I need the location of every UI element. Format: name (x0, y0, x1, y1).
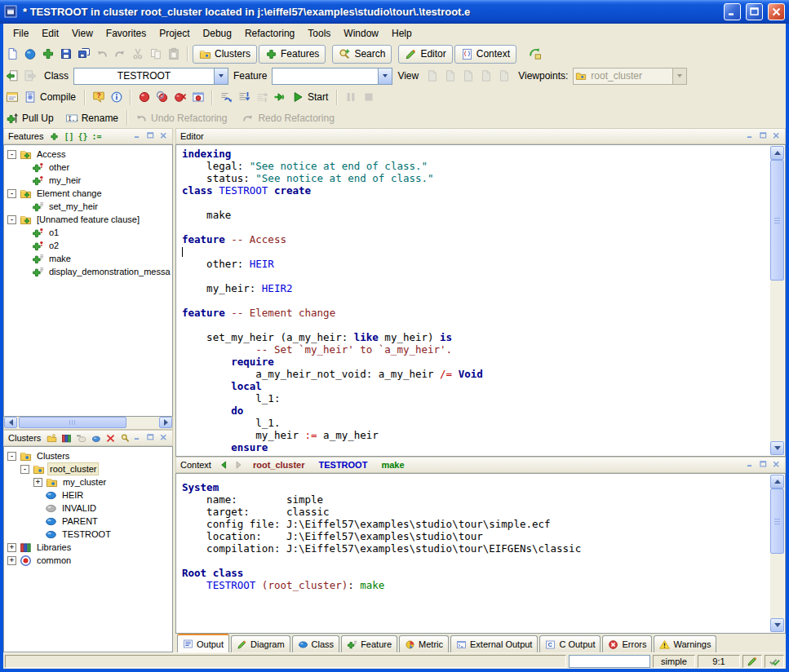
pull-up-button[interactable]: Pull Up (22, 113, 54, 124)
menu-favorites[interactable]: Favorites (100, 25, 153, 42)
tab-external-output[interactable]: External Output (450, 635, 538, 652)
collapse-icon[interactable]: - (7, 150, 16, 159)
redo-refactoring-icon[interactable] (239, 109, 257, 127)
editor-close-icon[interactable] (770, 130, 782, 142)
save-all-icon[interactable] (75, 45, 93, 63)
minimize-button[interactable] (724, 3, 741, 20)
feature-combobox-arrow-icon[interactable] (378, 69, 392, 84)
tab-diagram[interactable]: Diagram (231, 635, 290, 652)
editor-button[interactable]: Editor (398, 45, 452, 64)
pause-icon[interactable] (342, 88, 360, 106)
features-maximize-icon[interactable] (144, 130, 157, 142)
breadcrumb-make[interactable]: make (381, 460, 404, 470)
class-combobox[interactable]: TESTROOT (73, 68, 228, 85)
features-button[interactable]: Features (259, 45, 326, 64)
clusters-panel-header[interactable]: Clusters (3, 430, 173, 446)
tab-class[interactable]: Class (292, 635, 340, 652)
breadcrumb-root-cluster[interactable]: root_cluster (253, 460, 305, 470)
editor-maximize-icon[interactable] (757, 130, 769, 142)
run-to-icon[interactable] (271, 88, 289, 106)
features-panel-header[interactable]: Features []{}:= (3, 128, 173, 144)
tab-output[interactable]: Output (177, 634, 229, 652)
status-filter-input[interactable] (569, 655, 650, 668)
rename-button[interactable]: Rename (82, 113, 118, 124)
menu-project[interactable]: Project (153, 25, 196, 42)
add-library-icon[interactable] (61, 433, 72, 444)
scrollbar-thumb[interactable] (770, 489, 784, 554)
collapse-icon[interactable]: - (7, 452, 16, 461)
collapse-icon[interactable]: - (20, 465, 29, 474)
context-output-area[interactable]: System name: simple target: classic conf… (175, 473, 786, 634)
tree-item-clusters[interactable]: -Clusters (6, 449, 172, 462)
clusters-close-icon[interactable] (157, 432, 170, 444)
tab-c-output[interactable]: CC Output (539, 635, 601, 652)
search-small-icon[interactable] (120, 433, 131, 444)
doc-gray-icon[interactable] (423, 67, 441, 85)
search-button[interactable]: Search (332, 45, 392, 64)
stop-icon[interactable] (360, 88, 378, 106)
clusters-minimize-icon[interactable] (131, 432, 144, 444)
tree-item-display-demonstration-messa[interactable]: display_demonstration_messa (6, 265, 172, 278)
tree-item-testroot[interactable]: TESTROOT (6, 528, 172, 541)
tree-item-invalid[interactable]: INVALID (6, 502, 172, 515)
rename-icon[interactable]: I.. (63, 109, 81, 127)
menu-refactoring[interactable]: Refactoring (238, 25, 301, 42)
undo-refactoring-button[interactable]: Undo Refactoring (151, 113, 227, 124)
pull-up-icon[interactable] (3, 109, 21, 127)
menu-view[interactable]: View (65, 25, 100, 42)
scroll-up-icon[interactable] (770, 475, 784, 489)
scroll-right-icon[interactable] (159, 417, 172, 428)
open-icon[interactable] (21, 45, 39, 63)
tree-item-root-cluster[interactable]: -root_cluster (6, 462, 172, 475)
features-horizontal-scrollbar[interactable] (3, 417, 173, 430)
menu-file[interactable]: File (7, 25, 35, 42)
feature-combobox[interactable] (272, 68, 392, 85)
tab-feature[interactable]: Feature (341, 635, 397, 652)
menu-debug[interactable]: Debug (197, 25, 238, 42)
features-close-icon[interactable] (157, 130, 170, 142)
undo-icon[interactable] (93, 45, 111, 63)
bp-window-icon[interactable] (189, 88, 207, 106)
tree-item-libraries[interactable]: +Libraries (6, 541, 172, 554)
context-close-icon[interactable] (770, 459, 782, 471)
expand-icon[interactable]: + (7, 556, 16, 565)
project-settings-icon[interactable] (3, 88, 21, 106)
doc-gray-icon[interactable] (441, 67, 459, 85)
bp-disable-icon[interactable] (153, 88, 171, 106)
breadcrumb-testroot[interactable]: TESTROOT (319, 460, 368, 470)
add-class-icon[interactable] (91, 433, 101, 444)
brackets-icon[interactable]: [] (64, 132, 73, 141)
menu-help[interactable]: Help (385, 25, 419, 42)
menu-tools[interactable]: Tools (301, 25, 337, 42)
context-panel-header[interactable]: Context root_clusterTESTROOTmake (175, 457, 786, 473)
context-maximize-icon[interactable] (757, 459, 769, 471)
context-minimize-icon[interactable] (744, 459, 756, 471)
undo-refactoring-icon[interactable] (132, 109, 150, 127)
add-project-icon[interactable] (39, 45, 57, 63)
clusters-maximize-icon[interactable] (144, 432, 157, 444)
tree-item-common[interactable]: +common (6, 554, 172, 567)
context-back-icon[interactable] (218, 458, 231, 471)
editor-vertical-scrollbar[interactable] (770, 146, 784, 455)
editor-minimize-icon[interactable] (744, 130, 756, 142)
tree-item-unnamed-feature-clause[interactable]: -[Unnamed feature clause] (6, 213, 172, 226)
start-icon[interactable] (289, 88, 307, 106)
expand-icon[interactable]: + (33, 478, 42, 487)
assigner-icon[interactable]: := (92, 132, 102, 141)
save-icon[interactable] (57, 45, 75, 63)
tree-item-make[interactable]: make (6, 252, 172, 265)
melt-icon[interactable] (21, 88, 39, 106)
context-button[interactable]: Context (454, 45, 516, 64)
forward-icon[interactable] (21, 67, 39, 85)
tree-item-o1[interactable]: o1 (6, 226, 172, 239)
tree-item-other[interactable]: other (6, 161, 172, 174)
tree-item-o2[interactable]: o2 (6, 239, 172, 252)
tab-errors[interactable]: Errors (602, 635, 652, 652)
info-icon[interactable] (108, 88, 126, 106)
braces-icon[interactable]: {} (78, 132, 87, 141)
tree-item-heir[interactable]: HEIR (6, 489, 172, 502)
maximize-button[interactable] (746, 3, 763, 20)
editor-code-area[interactable]: indexing legal: "See notice at end of cl… (175, 144, 786, 457)
class-combobox-arrow-icon[interactable] (214, 69, 228, 84)
bp-red-icon[interactable] (135, 88, 153, 106)
